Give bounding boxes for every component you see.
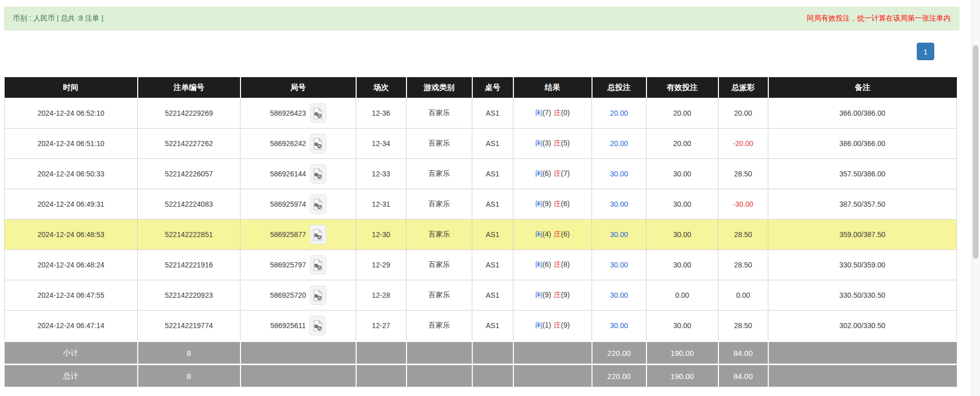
total-bet-link[interactable]: 30.00 xyxy=(610,291,628,299)
cell-result: 闲(6)庄(8) xyxy=(513,250,592,280)
player-result-value: (3) xyxy=(542,139,551,147)
film-document-icon xyxy=(313,199,323,210)
cell-time: 2024-12-24 06:52:10 xyxy=(5,98,138,129)
bet-records-table: 时间 注单编号 局号 场次 游戏类别 桌号 结果 总投注 有效投注 总派彩 备注… xyxy=(4,77,957,387)
cell-table-no: AS1 xyxy=(472,280,513,311)
cell-result: 闲(4)庄(6) xyxy=(513,220,592,250)
player-result-label: 闲 xyxy=(535,260,542,268)
cell-table-no: AS1 xyxy=(472,311,513,341)
total-bet-link[interactable]: 20.00 xyxy=(610,109,628,117)
cell-note: 357.50/386.00 xyxy=(768,159,957,189)
round-number: 586925974 xyxy=(270,200,306,208)
banker-result-value: (9) xyxy=(561,321,570,329)
cell-round: 586925974 xyxy=(241,189,356,220)
cell-round: 586926423 xyxy=(241,98,356,129)
player-result-label: 闲 xyxy=(535,200,542,208)
cell-payout: -30.00 xyxy=(718,189,768,220)
video-replay-button[interactable] xyxy=(310,255,326,275)
summary-valid-bet: 190.00 xyxy=(646,365,718,387)
video-replay-button[interactable] xyxy=(309,316,326,335)
cell-time: 2024-12-24 06:48:53 xyxy=(5,220,138,250)
total-bet-link[interactable]: 30.00 xyxy=(610,321,628,330)
cell-game-type: 百家乐 xyxy=(406,189,472,220)
cell-payout: 20.00 xyxy=(718,98,768,129)
banker-result-label: 庄 xyxy=(554,109,561,117)
film-document-icon xyxy=(313,168,323,180)
vertical-scrollbar[interactable] xyxy=(971,0,980,396)
player-result-label: 闲 xyxy=(535,230,542,238)
cell-time: 2024-12-24 06:47:55 xyxy=(5,280,138,311)
banker-result-value: (0) xyxy=(561,109,570,117)
pagination-page-1[interactable]: 1 xyxy=(917,43,934,60)
banker-result-value: (9) xyxy=(561,291,570,299)
cell-bet-id: 522142219774 xyxy=(138,311,241,341)
film-document-icon xyxy=(313,290,323,301)
cell-table-no: AS1 xyxy=(472,189,513,220)
cell-round: 586925797 xyxy=(241,250,356,280)
table-row: 2024-12-24 06:50:33 522142226057 5869261… xyxy=(5,159,957,189)
scrollbar-thumb[interactable] xyxy=(973,45,978,259)
player-result-value: (9) xyxy=(542,200,551,208)
header-game-type: 游戏类别 xyxy=(406,77,472,98)
total-bet-link[interactable]: 30.00 xyxy=(610,230,628,239)
cell-valid-bet: 30.00 xyxy=(646,220,718,250)
cell-session: 12-33 xyxy=(356,159,406,189)
cell-bet-id: 522142224083 xyxy=(138,189,241,220)
cell-valid-bet: 30.00 xyxy=(646,250,718,280)
table-row: 2024-12-24 06:48:53 522142222851 5869258… xyxy=(5,220,957,250)
cell-session: 12-34 xyxy=(356,129,406,159)
cell-round: 586926242 xyxy=(241,129,356,159)
cell-game-type: 百家乐 xyxy=(406,220,472,250)
summary-payout: 84.00 xyxy=(718,365,768,387)
cell-table-no: AS1 xyxy=(472,98,513,129)
cell-round: 586925877 xyxy=(241,220,356,250)
banker-result-value: (6) xyxy=(561,230,570,238)
player-result-label: 闲 xyxy=(535,291,542,299)
cell-valid-bet: 30.00 xyxy=(646,311,718,341)
summary-total-bet: 220.00 xyxy=(592,341,646,365)
banker-result-value: (5) xyxy=(561,139,570,147)
cell-total-bet: 30.00 xyxy=(592,311,646,341)
video-replay-button[interactable] xyxy=(310,194,326,214)
cell-result: 闲(6)庄(7) xyxy=(513,159,592,189)
player-result-label: 闲 xyxy=(535,321,542,329)
player-result-label: 闲 xyxy=(535,169,542,177)
header-time: 时间 xyxy=(5,77,138,98)
total-bet-link[interactable]: 30.00 xyxy=(610,170,628,178)
total-bet-link[interactable]: 20.00 xyxy=(610,139,628,148)
total-bet-link[interactable]: 30.00 xyxy=(610,200,628,208)
video-replay-button[interactable] xyxy=(310,103,326,123)
cell-game-type: 百家乐 xyxy=(406,129,472,159)
cell-total-bet: 30.00 xyxy=(592,280,646,311)
cell-note: 387.50/357.50 xyxy=(768,189,957,220)
player-result-value: (6) xyxy=(542,169,551,177)
table-row: 2024-12-24 06:51:10 522142227262 5869262… xyxy=(5,129,957,159)
cell-time: 2024-12-24 06:48:24 xyxy=(5,250,138,280)
cell-round: 586926144 xyxy=(241,159,356,189)
total-bet-link[interactable]: 30.00 xyxy=(610,261,628,269)
summary-banner: 币别 : 人民币 | 总共 :8 注单 | 同局有效投注，统一计算在该局第一张注… xyxy=(4,7,959,30)
video-replay-button[interactable] xyxy=(310,285,326,305)
table-header-row: 时间 注单编号 局号 场次 游戏类别 桌号 结果 总投注 有效投注 总派彩 备注 xyxy=(5,77,957,98)
cell-session: 12-30 xyxy=(356,220,406,250)
notice-text: 同局有效投注，统一计算在该局第一张注单内 xyxy=(807,14,951,23)
table-row: 2024-12-24 06:52:10 522142229269 5869264… xyxy=(5,98,957,129)
cell-game-type: 百家乐 xyxy=(406,159,472,189)
table-row: 2024-12-24 06:47:55 522142220923 5869257… xyxy=(5,280,957,311)
video-replay-button[interactable] xyxy=(310,164,326,184)
video-replay-button[interactable] xyxy=(310,225,326,244)
header-payout: 总派彩 xyxy=(718,77,768,98)
cell-bet-id: 522142222851 xyxy=(138,220,241,250)
round-number: 586926242 xyxy=(270,139,306,148)
cell-time: 2024-12-24 06:50:33 xyxy=(5,159,138,189)
cell-bet-id: 522142221916 xyxy=(138,250,241,280)
banker-result-label: 庄 xyxy=(554,260,561,268)
video-replay-button[interactable] xyxy=(310,134,326,153)
round-number: 586925720 xyxy=(270,291,306,299)
cell-table-no: AS1 xyxy=(472,250,513,280)
cell-note: 330.50/359.00 xyxy=(768,250,957,280)
banker-result-value: (7) xyxy=(561,169,570,177)
summary-row: 小计 8 220.00 190.00 84.00 xyxy=(5,341,957,365)
currency-summary-text: 币别 : 人民币 | 总共 :8 注单 | xyxy=(13,14,103,23)
round-number: 586925877 xyxy=(270,230,306,239)
